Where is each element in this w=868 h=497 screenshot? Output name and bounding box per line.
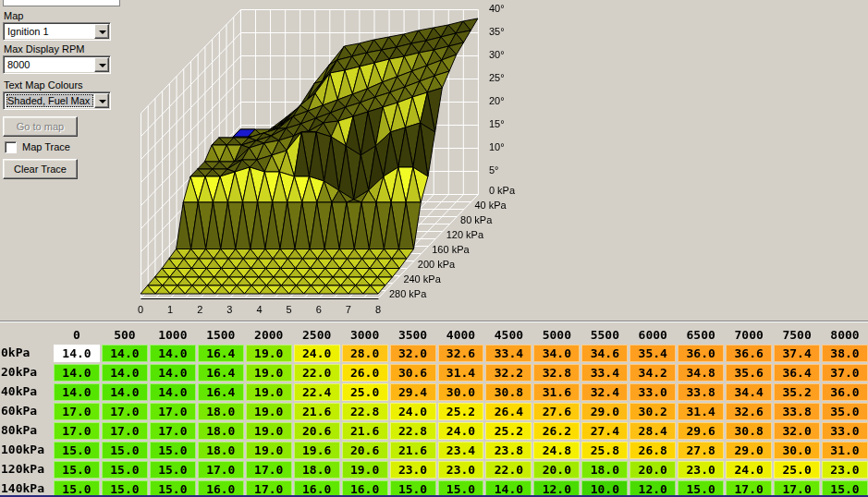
map-cell[interactable]: 25.2 [438,403,484,420]
map-cell[interactable]: 16.4 [198,383,244,401]
map-cell[interactable]: 29.4 [390,383,436,401]
map-cell[interactable]: 26.0 [342,364,388,382]
colours-combobox-dropdown-button[interactable] [94,93,109,108]
map-cell[interactable]: 14.0 [102,345,148,362]
map-cell[interactable]: 23.8 [485,442,532,459]
map-cell[interactable]: 14.0 [102,383,148,401]
map-cell[interactable]: 31.0 [822,442,868,459]
map-cell[interactable]: 27.8 [678,442,724,459]
map-cell[interactable]: 35.6 [726,364,772,382]
map-cell[interactable]: 17.0 [102,403,148,420]
map-cell[interactable]: 22.0 [294,364,340,382]
map-cell[interactable]: 33.8 [678,383,724,401]
map-cell[interactable]: 18.0 [198,442,244,459]
map-cell[interactable]: 14.0 [54,383,100,401]
map-combobox[interactable]: Ignition 1 [3,22,111,41]
rpm-combobox[interactable]: 8000 [3,55,111,74]
map-cell[interactable]: 30.2 [630,403,676,420]
map-cell[interactable]: 24.0 [294,345,340,362]
map-cell[interactable]: 31.6 [533,383,580,401]
map-cell[interactable]: 23.0 [390,461,436,479]
map-cell[interactable]: 15.0 [150,461,196,479]
map-cell[interactable]: 19.0 [246,383,292,401]
map-cell[interactable]: 25.0 [774,461,820,479]
map-cell[interactable]: 36.6 [726,345,772,362]
map-cell[interactable]: 16.4 [198,364,244,382]
map-cell[interactable]: 27.4 [581,422,628,440]
map-cell[interactable]: 32.4 [581,383,628,401]
map-cell[interactable]: 32.8 [533,364,580,382]
map-cell[interactable]: 19.0 [246,403,292,420]
map-cell[interactable]: 23.0 [438,461,484,479]
map-cell[interactable]: 32.0 [390,345,436,362]
map-cell[interactable]: 29.0 [581,403,628,420]
map-cell[interactable]: 37.0 [822,364,868,382]
map-cell[interactable]: 33.4 [485,345,532,362]
map-cell[interactable]: 19.0 [246,442,292,459]
map-cell[interactable]: 26.8 [630,442,676,459]
map-cell[interactable]: 14.0 [54,364,100,382]
goto-map-button[interactable]: Go to map [3,116,78,137]
map-cell[interactable]: 28.0 [342,345,388,362]
map-cell[interactable]: 38.0 [822,345,868,362]
map-cell[interactable]: 23.0 [822,461,868,479]
map-cell[interactable]: 25.8 [581,442,628,459]
map-cell[interactable]: 34.8 [678,364,724,382]
map-cell[interactable]: 30.0 [774,442,820,459]
map-cell[interactable]: 32.0 [774,422,820,440]
map-cell[interactable]: 14.0 [150,383,196,401]
map-cell[interactable]: 22.8 [342,403,388,420]
map-cell[interactable]: 36.0 [678,345,724,362]
map-cell[interactable]: 35.0 [822,403,868,420]
map-cell[interactable]: 30.8 [726,422,772,440]
map-cell[interactable]: 17.0 [198,461,244,479]
map-cell[interactable]: 37.4 [774,345,820,362]
map-cell[interactable]: 30.6 [390,364,436,382]
map-cell[interactable]: 24.0 [726,461,772,479]
map-cell[interactable]: 20.6 [294,422,340,440]
map-cell[interactable]: 22.0 [485,461,532,479]
map-cell[interactable]: 23.0 [678,461,724,479]
map-cell[interactable]: 31.4 [438,364,484,382]
map-cell[interactable]: 14.0 [150,345,196,362]
map-cell[interactable]: 15.0 [102,442,148,459]
map-cell[interactable]: 25.0 [342,383,388,401]
rpm-combobox-dropdown-button[interactable] [94,57,109,72]
map-cell[interactable]: 30.8 [485,383,532,401]
map-cell[interactable]: 31.4 [678,403,724,420]
map-cell[interactable]: 34.6 [581,345,628,362]
map-cell[interactable]: 33.0 [630,383,676,401]
map-cell[interactable]: 16.4 [198,345,244,362]
map-cell[interactable]: 19.0 [246,345,292,362]
map-cell[interactable]: 14.0 [102,364,148,382]
map-cell[interactable]: 15.0 [102,461,148,479]
map-cell[interactable]: 18.0 [198,422,244,440]
map-cell[interactable]: 24.0 [438,422,484,440]
colours-combobox[interactable]: Shaded, Fuel Max 1 [3,91,111,110]
map-cell[interactable]: 32.2 [485,364,532,382]
map-cell[interactable]: 14.0 [54,345,100,362]
map-cell[interactable]: 20.0 [533,461,580,479]
map-cell[interactable]: 15.0 [54,442,100,459]
map-cell[interactable]: 22.4 [294,383,340,401]
map-cell[interactable]: 27.6 [533,403,580,420]
map-cell[interactable]: 29.0 [726,442,772,459]
map-cell[interactable]: 35.4 [630,345,676,362]
map-cell[interactable]: 15.0 [54,461,100,479]
map-cell[interactable]: 24.0 [390,403,436,420]
map-cell[interactable]: 33.8 [774,403,820,420]
map-cell[interactable]: 22.8 [390,422,436,440]
map-cell[interactable]: 26.4 [485,403,532,420]
map-cell[interactable]: 34.0 [533,345,580,362]
map-cell[interactable]: 14.0 [150,364,196,382]
map-cell[interactable]: 24.8 [533,442,580,459]
map-cell[interactable]: 34.4 [726,383,772,401]
map-cell[interactable]: 32.6 [438,345,484,362]
map-cell[interactable]: 23.4 [438,442,484,459]
map-cell[interactable]: 17.0 [246,461,292,479]
map-cell[interactable]: 33.0 [822,422,868,440]
map-cell[interactable]: 17.0 [102,422,148,440]
map-cell[interactable]: 35.2 [774,383,820,401]
map-cell[interactable]: 21.6 [342,422,388,440]
map-cell[interactable]: 26.2 [533,422,580,440]
